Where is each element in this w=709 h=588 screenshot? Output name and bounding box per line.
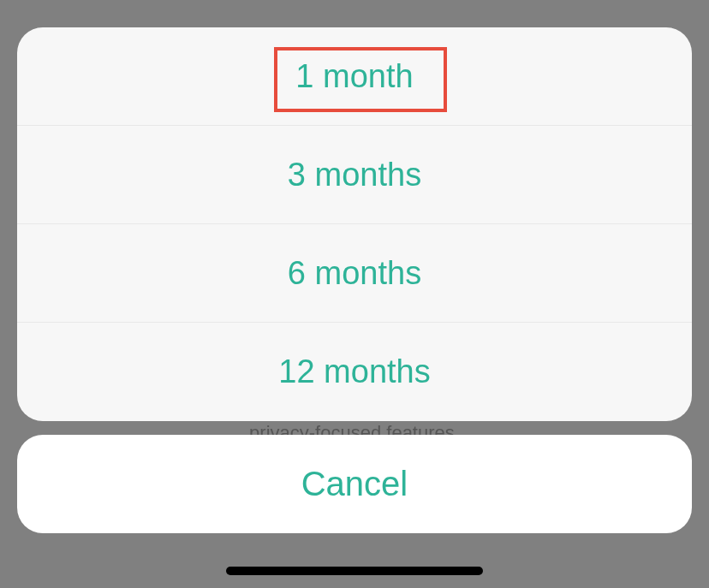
option-1-month[interactable]: 1 month — [17, 27, 692, 126]
option-label: 3 months — [288, 157, 421, 193]
option-label: 1 month — [295, 58, 413, 95]
cancel-label: Cancel — [301, 465, 408, 503]
option-6-months[interactable]: 6 months — [17, 224, 692, 323]
cancel-sheet: Cancel — [17, 435, 692, 533]
cancel-button[interactable]: Cancel — [17, 435, 692, 533]
option-12-months[interactable]: 12 months — [17, 323, 692, 421]
option-label: 12 months — [278, 353, 430, 390]
duration-action-sheet: 1 month 3 months 6 months 12 months — [17, 27, 692, 421]
option-label: 6 months — [288, 255, 421, 292]
option-3-months[interactable]: 3 months — [17, 126, 692, 224]
home-indicator[interactable] — [226, 567, 483, 575]
